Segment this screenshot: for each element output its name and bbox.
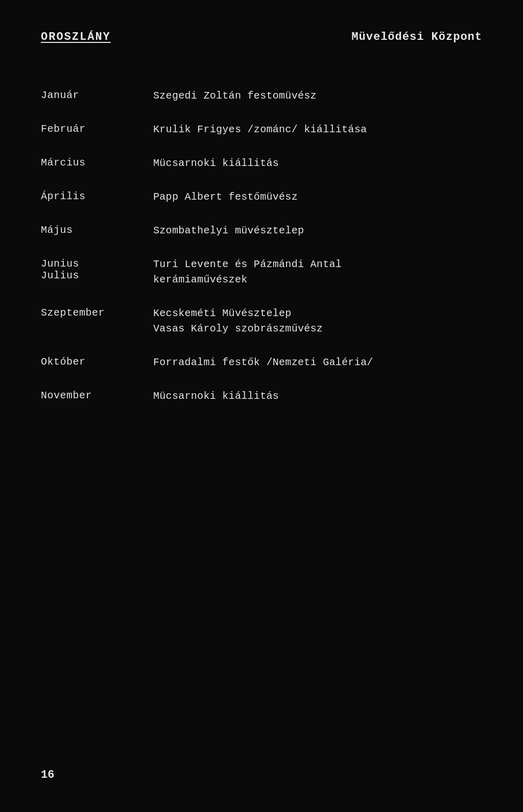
event-description: Papp Albert festőmüvész: [153, 189, 482, 205]
list-item: MárciusMücsarnoki kiállitás: [41, 147, 482, 180]
event-description: Szegedi Zoltán festomüvész: [153, 88, 482, 104]
month-label: Szeptember: [41, 306, 153, 319]
location-title: OROSZLÁNY: [41, 31, 111, 43]
event-description: Krulik Frigyes /zománc/ kiállitása: [153, 122, 482, 137]
month-label: Február: [41, 122, 153, 135]
list-item: SzeptemberKecskeméti Müvésztelep Vasas K…: [41, 297, 482, 346]
list-item: JanuárSzegedi Zoltán festomüvész: [41, 79, 482, 113]
schedule-list: JanuárSzegedi Zoltán festomüvészFebruárK…: [41, 79, 482, 413]
month-label: Április: [41, 189, 153, 202]
month-label: Május: [41, 223, 153, 236]
month-label: Október: [41, 355, 153, 368]
list-item: Junius JuliusTuri Levente és Pázmándi An…: [41, 248, 482, 297]
event-description: Kecskeméti Müvésztelep Vasas Károly szob…: [153, 306, 482, 337]
list-item: NovemberMücsarnoki kiállitás: [41, 379, 482, 413]
venue-title: Müvelődési Központ: [351, 31, 482, 43]
month-label: Január: [41, 88, 153, 101]
event-description: Mücsarnoki kiállitás: [153, 389, 482, 404]
page-header: OROSZLÁNY Müvelődési Központ: [41, 31, 482, 43]
month-label: Junius Julius: [41, 257, 153, 281]
event-description: Turi Levente és Pázmándi Antal kerámiamű…: [153, 257, 482, 288]
month-label: November: [41, 389, 153, 401]
page-number: 16: [41, 769, 54, 781]
event-description: Mücsarnoki kiállitás: [153, 156, 482, 171]
list-item: MájusSzombathelyi müvésztelep: [41, 214, 482, 248]
event-description: Forradalmi festők /Nemzeti Galéria/: [153, 355, 482, 370]
month-label: Március: [41, 156, 153, 169]
list-item: OktóberForradalmi festők /Nemzeti Galéri…: [41, 346, 482, 379]
event-description: Szombathelyi müvésztelep: [153, 223, 482, 238]
list-item: FebruárKrulik Frigyes /zománc/ kiállitás…: [41, 113, 482, 147]
list-item: ÁprilisPapp Albert festőmüvész: [41, 180, 482, 214]
